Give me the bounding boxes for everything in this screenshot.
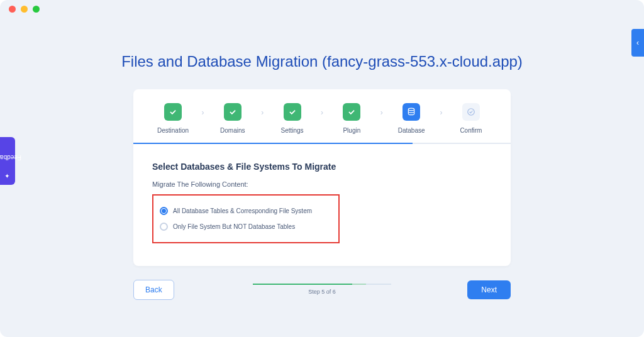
step-label: Database — [398, 127, 425, 134]
confirm-icon — [462, 103, 480, 121]
svg-point-1 — [468, 109, 475, 116]
chevron-right-icon: › — [440, 108, 443, 117]
step-label: Domains — [220, 127, 245, 134]
migration-options-group: All Database Tables & Corresponding File… — [152, 194, 340, 243]
svg-point-0 — [408, 108, 414, 111]
progress-text: Step 5 of 6 — [308, 289, 336, 295]
side-panel-toggle[interactable]: ‹ — [631, 29, 644, 57]
step-domains[interactable]: Domains — [213, 103, 252, 134]
window-minimize-icon[interactable] — [21, 6, 28, 13]
option-label: All Database Tables & Corresponding File… — [173, 207, 312, 214]
check-icon — [164, 103, 182, 121]
option-label: Only File System But NOT Database Tables — [173, 223, 295, 230]
radio-icon — [160, 207, 168, 215]
step-label: Settings — [280, 127, 303, 134]
radio-icon — [160, 223, 168, 231]
step-label: Confirm — [460, 127, 482, 134]
option-files-only[interactable]: Only File System But NOT Database Tables — [160, 219, 332, 235]
stepper: Destination › Domains › Settings › Plugi… — [152, 103, 492, 134]
step-destination[interactable]: Destination — [153, 103, 192, 134]
database-icon — [402, 103, 420, 121]
wizard-footer: Back Step 5 of 6 Next — [133, 280, 511, 300]
section-subhead: Migrate The Following Content: — [152, 180, 492, 188]
chevron-right-icon: › — [321, 108, 323, 117]
window-close-icon[interactable] — [9, 6, 16, 13]
step-plugin[interactable]: Plugin — [332, 103, 371, 134]
chevron-right-icon: › — [201, 108, 204, 117]
window-titlebar — [0, 0, 644, 18]
check-icon — [284, 103, 301, 121]
step-settings[interactable]: Settings — [273, 103, 312, 134]
page-title: Files and Database Migration (fancy-gras… — [0, 53, 644, 70]
check-icon — [224, 103, 242, 121]
back-button[interactable]: Back — [133, 280, 174, 300]
chevron-right-icon: › — [380, 108, 383, 117]
feedback-label: ✦ Feedback — [4, 143, 11, 179]
progress-bar — [253, 284, 391, 285]
migration-card: Destination › Domains › Settings › Plugi… — [133, 89, 511, 266]
next-button[interactable]: Next — [467, 280, 511, 299]
step-label: Plugin — [343, 127, 360, 134]
feedback-tab[interactable]: ✦ Feedback — [0, 137, 15, 185]
chevron-right-icon: › — [261, 108, 264, 117]
section-title: Select Databases & File Systems To Migra… — [152, 162, 492, 172]
step-confirm[interactable]: Confirm — [452, 103, 491, 134]
check-icon — [343, 103, 360, 121]
chevron-left-icon: ‹ — [636, 38, 639, 47]
step-label: Destination — [157, 127, 189, 134]
stepper-underline — [133, 143, 511, 144]
step-database[interactable]: Database — [392, 103, 431, 134]
window-zoom-icon[interactable] — [33, 6, 40, 13]
option-all-tables-and-files[interactable]: All Database Tables & Corresponding File… — [160, 203, 332, 219]
progress-indicator: Step 5 of 6 — [253, 284, 391, 295]
